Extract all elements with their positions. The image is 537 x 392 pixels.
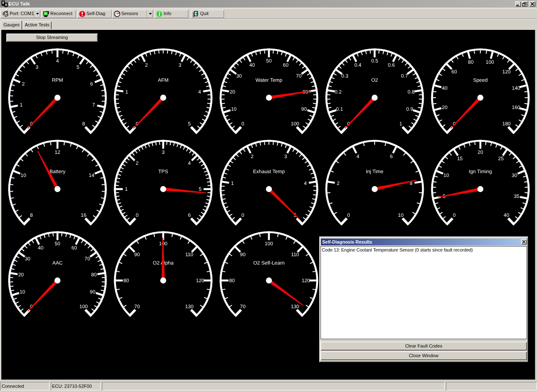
svg-text:5: 5 <box>77 64 80 70</box>
svg-text:8: 8 <box>30 212 33 218</box>
svg-text:AAC: AAC <box>52 260 63 266</box>
svg-text:Inj Time: Inj Time <box>366 169 383 174</box>
svg-text:0.9: 0.9 <box>406 106 413 112</box>
svg-text:120: 120 <box>196 278 204 283</box>
svg-text:180: 180 <box>502 121 511 127</box>
svg-text:0: 0 <box>453 212 456 218</box>
svg-text:4: 4 <box>56 58 59 64</box>
svg-text:90: 90 <box>134 252 140 257</box>
svg-text:O2: O2 <box>371 77 378 83</box>
svg-text:40: 40 <box>442 85 448 91</box>
svg-text:2: 2 <box>145 62 148 68</box>
svg-text:3: 3 <box>179 62 182 68</box>
svg-text:10: 10 <box>231 106 237 112</box>
svg-text:10: 10 <box>398 212 404 218</box>
svg-text:100: 100 <box>486 59 494 65</box>
svg-text:20: 20 <box>229 89 235 95</box>
svg-text:90: 90 <box>90 289 96 295</box>
svg-text:AFM: AFM <box>158 77 168 83</box>
svg-text:90: 90 <box>240 252 246 257</box>
svg-text:0: 0 <box>241 212 244 218</box>
svg-text:100: 100 <box>79 304 88 309</box>
svg-text:2: 2 <box>337 180 340 186</box>
svg-text:100: 100 <box>291 121 299 127</box>
svg-text:40: 40 <box>504 212 510 218</box>
svg-text:0: 0 <box>136 212 138 218</box>
svg-text:50: 50 <box>55 241 60 247</box>
svg-text:30: 30 <box>236 73 242 79</box>
svg-text:90: 90 <box>301 106 307 112</box>
svg-text:0.1: 0.1 <box>336 106 343 112</box>
svg-text:40: 40 <box>249 62 255 68</box>
svg-text:2: 2 <box>22 81 25 87</box>
svg-text:Water Temp: Water Temp <box>255 77 282 83</box>
svg-text:6: 6 <box>188 212 191 218</box>
svg-text:8: 8 <box>82 121 85 127</box>
svg-text:80: 80 <box>123 278 129 283</box>
svg-text:4: 4 <box>357 153 360 159</box>
svg-text:Battery: Battery <box>50 169 65 174</box>
svg-text:120: 120 <box>502 69 511 75</box>
svg-text:1: 1 <box>125 186 128 192</box>
svg-text:130: 130 <box>185 304 193 309</box>
svg-text:Ign Timing: Ign Timing <box>469 169 492 174</box>
svg-text:RPM: RPM <box>52 77 63 83</box>
svg-text:130: 130 <box>291 304 299 309</box>
svg-text:O2 Self-Learn: O2 Self-Learn <box>253 260 285 266</box>
svg-text:1: 1 <box>231 180 234 186</box>
svg-text:40: 40 <box>38 245 44 251</box>
svg-text:4: 4 <box>188 160 191 166</box>
svg-text:0.4: 0.4 <box>355 62 362 68</box>
svg-text:80: 80 <box>91 272 97 278</box>
svg-text:0.7: 0.7 <box>401 73 408 79</box>
svg-text:70: 70 <box>296 73 302 79</box>
svg-text:Speed: Speed <box>473 77 488 83</box>
svg-text:30: 30 <box>25 256 31 262</box>
svg-text:60: 60 <box>283 62 289 68</box>
svg-text:Exhaust Temp: Exhaust Temp <box>253 169 285 174</box>
svg-text:50: 50 <box>266 58 272 64</box>
svg-text:140: 140 <box>512 85 520 91</box>
svg-text:60: 60 <box>451 69 457 75</box>
svg-text:7: 7 <box>92 102 95 108</box>
svg-text:70: 70 <box>85 256 91 262</box>
svg-text:60: 60 <box>71 245 77 251</box>
svg-text:0.6: 0.6 <box>388 62 395 68</box>
svg-text:160: 160 <box>512 104 520 110</box>
svg-text:100: 100 <box>265 241 273 247</box>
svg-text:4: 4 <box>304 180 307 186</box>
svg-text:12: 12 <box>55 149 60 155</box>
svg-text:20: 20 <box>477 149 483 155</box>
svg-text:3: 3 <box>162 149 165 155</box>
svg-text:1: 1 <box>399 121 402 127</box>
svg-text:10: 10 <box>443 172 449 178</box>
svg-text:35: 35 <box>514 193 520 199</box>
svg-text:20: 20 <box>18 272 24 278</box>
svg-text:0: 0 <box>241 121 244 127</box>
svg-text:5: 5 <box>188 121 191 127</box>
svg-text:110: 110 <box>291 252 299 257</box>
svg-text:6: 6 <box>390 153 393 159</box>
svg-text:10: 10 <box>20 289 26 295</box>
svg-text:0.2: 0.2 <box>335 89 342 95</box>
svg-text:120: 120 <box>302 278 310 283</box>
svg-text:20: 20 <box>442 104 448 110</box>
svg-text:1: 1 <box>20 102 23 108</box>
svg-text:0: 0 <box>347 212 350 218</box>
svg-text:2: 2 <box>136 160 138 166</box>
svg-text:0.8: 0.8 <box>408 89 415 95</box>
svg-text:1: 1 <box>125 89 128 95</box>
svg-text:0.5: 0.5 <box>371 58 378 64</box>
svg-text:80: 80 <box>468 59 474 65</box>
svg-text:70: 70 <box>240 304 246 309</box>
svg-text:25: 25 <box>498 156 504 161</box>
svg-text:3: 3 <box>284 153 287 159</box>
svg-text:80: 80 <box>229 278 235 283</box>
svg-text:70: 70 <box>134 304 140 309</box>
svg-text:14: 14 <box>89 172 95 178</box>
svg-text:5: 5 <box>199 186 202 192</box>
svg-text:15: 15 <box>457 156 463 161</box>
svg-text:10: 10 <box>21 172 26 178</box>
svg-text:2: 2 <box>251 153 254 159</box>
svg-text:16: 16 <box>81 212 87 218</box>
